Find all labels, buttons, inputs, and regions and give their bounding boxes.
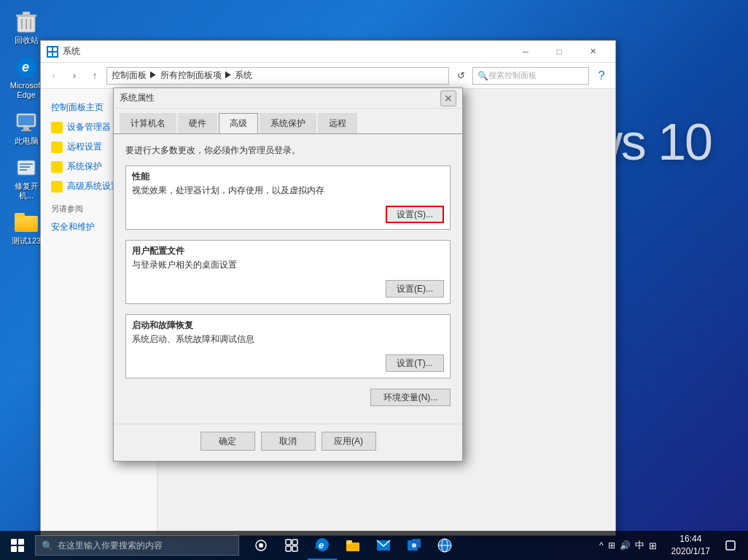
- svg-rect-10: [23, 127, 29, 130]
- cancel-button[interactable]: 取消: [261, 432, 316, 451]
- taskbar-clock[interactable]: 16:44 2020/1/17: [666, 533, 716, 558]
- address-path[interactable]: 控制面板 ▶ 所有控制面板项 ▶ 系统: [106, 67, 449, 85]
- svg-rect-14: [20, 166, 30, 168]
- taskbar: 🔍 在这里输入你要搜索的内容 e: [0, 531, 748, 560]
- taskbar-lang-icon[interactable]: 中: [635, 539, 644, 552]
- system-window-controls: ─ □ ✕: [509, 41, 609, 63]
- section-startup-btn-row: 设置(T)...: [126, 351, 450, 378]
- taskbar-volume-icon[interactable]: 🔊: [620, 540, 631, 551]
- section-performance-label: 性能: [126, 166, 450, 184]
- shield-icon-advanced: [51, 181, 63, 192]
- system-window-titlebar: 系统 ─ □ ✕: [41, 41, 615, 63]
- tab-computer-name[interactable]: 计算机名: [120, 113, 176, 133]
- taskbar-right: ^ ⊞ 🔊 中 ⊞ 16:44 2020/1/17: [593, 531, 748, 560]
- taskbar-ime-icon[interactable]: ⊞: [649, 540, 657, 551]
- mail-icon: [376, 540, 391, 551]
- dialog-notice: 要进行大多数更改，你必须作为管理员登录。: [125, 144, 451, 157]
- section-user-profiles-desc: 与登录账户相关的桌面设置: [126, 259, 450, 277]
- edge-taskbar-icon: e: [315, 537, 330, 552]
- svg-rect-22: [286, 540, 291, 545]
- repair-icon: [15, 156, 38, 179]
- dialog-body: 要进行大多数更改，你必须作为管理员登录。 性能 视觉效果，处理器计划，内存使用，…: [114, 134, 462, 424]
- svg-rect-25: [292, 546, 297, 551]
- system-properties-dialog[interactable]: 系统属性 ✕ 计算机名 硬件 高级 系统保护 远程 要进行大多数更改，你必须作为…: [113, 88, 463, 462]
- refresh-button[interactable]: ↺: [452, 67, 470, 85]
- forward-button[interactable]: ›: [66, 67, 83, 85]
- env-variables-button[interactable]: 环境变量(N)...: [370, 389, 451, 406]
- recycle-bin-icon: [15, 10, 38, 34]
- task-view-icon: [254, 539, 268, 552]
- performance-settings-button[interactable]: 设置(S)...: [386, 206, 444, 223]
- taskbar-explorer[interactable]: [338, 531, 367, 560]
- taskbar-task-view[interactable]: [246, 531, 276, 560]
- user-profiles-settings-button[interactable]: 设置(E)...: [386, 280, 444, 298]
- taskbar-sys-icons: ^ ⊞ 🔊 中 ⊞: [593, 539, 663, 552]
- svg-text:e: e: [22, 60, 29, 74]
- maximize-button[interactable]: □: [542, 41, 576, 63]
- svg-rect-19: [53, 52, 57, 56]
- help-button[interactable]: ?: [592, 66, 611, 85]
- section-performance-desc: 视觉效果，处理器计划，内存使用，以及虚拟内存: [126, 184, 450, 203]
- svg-rect-38: [726, 541, 735, 550]
- taskbar-outlook[interactable]: [400, 531, 429, 560]
- windows-logo-icon: [11, 539, 24, 552]
- notification-button[interactable]: [719, 531, 742, 560]
- svg-text:e: e: [319, 540, 324, 551]
- section-user-profiles-btn-row: 设置(E)...: [126, 277, 450, 303]
- taskbar-globe[interactable]: [430, 531, 459, 560]
- svg-rect-13: [20, 163, 33, 165]
- minimize-button[interactable]: ─: [509, 41, 542, 63]
- section-startup: 启动和故障恢复 系统启动、系统故障和调试信息 设置(T)...: [125, 314, 451, 378]
- address-bar: ‹ › ↑ 控制面板 ▶ 所有控制面板项 ▶ 系统 ↺ 🔍 搜索控制面板 ?: [41, 63, 615, 89]
- dialog-footer: 确定 取消 应用(A): [114, 424, 462, 461]
- taskbar-app-icons: e: [246, 531, 459, 560]
- chevron-up-icon[interactable]: ^: [599, 540, 604, 551]
- notification-icon: [725, 540, 736, 551]
- tab-hardware[interactable]: 硬件: [178, 113, 217, 133]
- tab-advanced[interactable]: 高级: [219, 113, 258, 133]
- startup-settings-button[interactable]: 设置(T)...: [386, 354, 444, 372]
- edge-icon: e: [15, 55, 38, 79]
- apply-button[interactable]: 应用(A): [322, 432, 376, 451]
- tab-system-protection[interactable]: 系统保护: [260, 113, 316, 133]
- shield-icon-remote: [51, 141, 63, 153]
- dialog-close-button[interactable]: ✕: [440, 90, 456, 106]
- svg-point-21: [259, 543, 263, 548]
- search-box[interactable]: 🔍 搜索控制面板: [472, 67, 589, 85]
- system-icon: [47, 47, 58, 57]
- pc-icon: [15, 111, 38, 134]
- section-user-profiles-label: 用户配置文件: [126, 241, 450, 259]
- shield-icon-protection: [51, 161, 63, 173]
- close-button[interactable]: ✕: [576, 41, 609, 63]
- folder-img: [15, 213, 38, 232]
- svg-rect-9: [18, 115, 34, 125]
- svg-rect-23: [292, 540, 297, 545]
- back-button[interactable]: ‹: [45, 67, 63, 85]
- section-startup-label: 启动和故障恢复: [126, 315, 450, 333]
- svg-rect-1: [16, 15, 36, 17]
- multitask-icon: [285, 539, 298, 552]
- taskbar-search[interactable]: 🔍 在这里输入你要搜索的内容: [35, 535, 239, 556]
- svg-rect-16: [48, 47, 52, 51]
- taskbar-network-icon[interactable]: ⊞: [608, 540, 615, 551]
- section-performance: 性能 视觉效果，处理器计划，内存使用，以及虚拟内存 设置(S)...: [125, 166, 451, 230]
- taskbar-edge-app[interactable]: e: [308, 531, 337, 560]
- explorer-icon: [346, 539, 360, 552]
- svg-rect-15: [20, 169, 27, 171]
- dialog-titlebar: 系统属性 ✕: [114, 88, 462, 109]
- system-window-icon: [47, 46, 58, 58]
- start-button[interactable]: [0, 531, 35, 560]
- svg-rect-17: [53, 47, 57, 51]
- taskbar-mail[interactable]: [369, 531, 398, 560]
- ok-button[interactable]: 确定: [200, 432, 255, 451]
- outlook-icon: [407, 538, 421, 553]
- env-btn-row: 环境变量(N)...: [125, 389, 451, 406]
- taskbar-multitask[interactable]: [277, 531, 306, 560]
- taskbar-search-icon: 🔍: [42, 540, 53, 551]
- up-button[interactable]: ↑: [86, 67, 104, 85]
- taskbar-search-text: 在这里输入你要搜索的内容: [58, 540, 163, 552]
- dialog-title: 系统属性: [120, 92, 440, 104]
- svg-rect-2: [23, 12, 30, 15]
- tab-remote[interactable]: 远程: [318, 113, 357, 133]
- svg-rect-29: [346, 540, 352, 544]
